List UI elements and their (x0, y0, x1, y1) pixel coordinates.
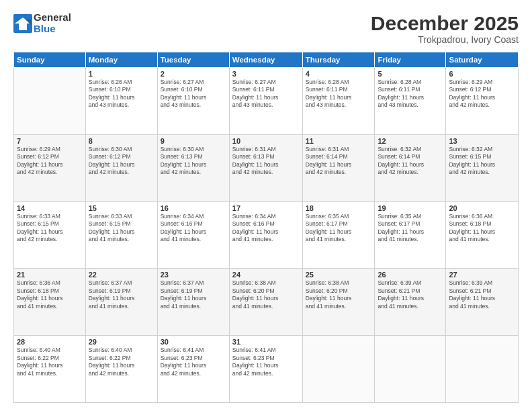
day-info: Sunrise: 6:28 AM Sunset: 6:11 PM Dayligh… (306, 79, 372, 109)
day-cell: 4Sunrise: 6:28 AM Sunset: 6:11 PM Daylig… (302, 68, 375, 135)
day-cell: 8Sunrise: 6:30 AM Sunset: 6:12 PM Daylig… (85, 134, 157, 201)
day-cell: 9Sunrise: 6:30 AM Sunset: 6:13 PM Daylig… (157, 134, 229, 201)
day-info: Sunrise: 6:41 AM Sunset: 6:23 PM Dayligh… (232, 347, 300, 377)
day-info: Sunrise: 6:30 AM Sunset: 6:13 PM Dayligh… (161, 146, 226, 177)
week-row-3: 14Sunrise: 6:33 AM Sunset: 6:15 PM Dayli… (14, 201, 519, 269)
day-info: Sunrise: 6:31 AM Sunset: 6:13 PM Dayligh… (232, 146, 300, 177)
day-info: Sunrise: 6:39 AM Sunset: 6:21 PM Dayligh… (378, 279, 443, 310)
day-number: 29 (89, 338, 154, 346)
day-number: 19 (378, 204, 443, 212)
week-row-5: 28Sunrise: 6:40 AM Sunset: 6:22 PM Dayli… (14, 336, 519, 403)
day-cell: 17Sunrise: 6:34 AM Sunset: 6:16 PM Dayli… (229, 201, 302, 269)
day-info: Sunrise: 6:33 AM Sunset: 6:15 PM Dayligh… (17, 213, 83, 244)
day-cell: 19Sunrise: 6:35 AM Sunset: 6:17 PM Dayli… (375, 201, 446, 269)
day-number: 12 (378, 137, 443, 145)
day-number: 2 (161, 70, 226, 78)
day-number: 7 (17, 137, 83, 145)
day-number: 28 (17, 338, 83, 346)
day-cell: 28Sunrise: 6:40 AM Sunset: 6:22 PM Dayli… (14, 336, 86, 403)
day-number: 20 (449, 204, 515, 212)
day-cell: 13Sunrise: 6:32 AM Sunset: 6:15 PM Dayli… (446, 134, 519, 201)
day-number: 26 (378, 271, 443, 279)
day-info: Sunrise: 6:35 AM Sunset: 6:17 PM Dayligh… (378, 213, 443, 244)
day-cell: 15Sunrise: 6:33 AM Sunset: 6:15 PM Dayli… (85, 201, 157, 269)
day-cell (446, 336, 519, 403)
month-title: December 2025 (371, 12, 519, 34)
day-cell: 26Sunrise: 6:39 AM Sunset: 6:21 PM Dayli… (375, 269, 446, 336)
day-cell: 23Sunrise: 6:37 AM Sunset: 6:19 PM Dayli… (157, 269, 229, 336)
day-number: 10 (232, 137, 300, 145)
logo-blue-text: Blue (34, 24, 71, 35)
day-cell: 2Sunrise: 6:27 AM Sunset: 6:10 PM Daylig… (157, 68, 229, 135)
day-number: 4 (306, 70, 372, 78)
day-number: 27 (449, 271, 515, 279)
day-number: 9 (161, 137, 226, 145)
day-info: Sunrise: 6:41 AM Sunset: 6:23 PM Dayligh… (161, 347, 226, 377)
day-cell: 20Sunrise: 6:36 AM Sunset: 6:18 PM Dayli… (446, 201, 519, 269)
day-info: Sunrise: 6:33 AM Sunset: 6:15 PM Dayligh… (89, 213, 154, 244)
day-number: 5 (378, 70, 443, 78)
day-number: 21 (17, 271, 83, 279)
day-cell: 5Sunrise: 6:28 AM Sunset: 6:11 PM Daylig… (375, 68, 446, 135)
week-row-2: 7Sunrise: 6:29 AM Sunset: 6:12 PM Daylig… (14, 134, 519, 201)
day-cell: 7Sunrise: 6:29 AM Sunset: 6:12 PM Daylig… (14, 134, 86, 201)
day-info: Sunrise: 6:32 AM Sunset: 6:14 PM Dayligh… (378, 146, 443, 177)
day-number: 22 (89, 271, 154, 279)
day-info: Sunrise: 6:29 AM Sunset: 6:12 PM Dayligh… (449, 79, 515, 109)
day-cell: 27Sunrise: 6:39 AM Sunset: 6:21 PM Dayli… (446, 269, 519, 336)
day-number: 25 (306, 271, 372, 279)
day-info: Sunrise: 6:28 AM Sunset: 6:11 PM Dayligh… (378, 79, 443, 109)
day-number: 30 (161, 338, 226, 346)
location: Trokpadrou, Ivory Coast (371, 34, 519, 45)
day-cell: 25Sunrise: 6:38 AM Sunset: 6:20 PM Dayli… (302, 269, 375, 336)
day-number: 17 (232, 204, 300, 212)
calendar-table: SundayMondayTuesdayWednesdayThursdayFrid… (13, 52, 519, 403)
logo-icon (13, 14, 32, 33)
day-info: Sunrise: 6:34 AM Sunset: 6:16 PM Dayligh… (161, 213, 226, 244)
day-info: Sunrise: 6:38 AM Sunset: 6:20 PM Dayligh… (232, 279, 300, 310)
day-number: 6 (449, 70, 515, 78)
day-cell: 22Sunrise: 6:37 AM Sunset: 6:19 PM Dayli… (85, 269, 157, 336)
day-number: 31 (232, 338, 300, 346)
day-cell: 11Sunrise: 6:31 AM Sunset: 6:14 PM Dayli… (302, 134, 375, 201)
day-number: 16 (161, 204, 226, 212)
day-cell: 24Sunrise: 6:38 AM Sunset: 6:20 PM Dayli… (229, 269, 302, 336)
header-day-thursday: Thursday (302, 52, 375, 68)
day-info: Sunrise: 6:38 AM Sunset: 6:20 PM Dayligh… (306, 279, 372, 310)
day-cell: 14Sunrise: 6:33 AM Sunset: 6:15 PM Dayli… (14, 201, 86, 269)
day-number: 23 (161, 271, 226, 279)
day-info: Sunrise: 6:31 AM Sunset: 6:14 PM Dayligh… (306, 146, 372, 177)
day-info: Sunrise: 6:36 AM Sunset: 6:18 PM Dayligh… (17, 279, 83, 310)
day-cell: 1Sunrise: 6:26 AM Sunset: 6:10 PM Daylig… (85, 68, 157, 135)
day-cell: 31Sunrise: 6:41 AM Sunset: 6:23 PM Dayli… (229, 336, 302, 403)
day-info: Sunrise: 6:37 AM Sunset: 6:19 PM Dayligh… (89, 279, 154, 310)
day-info: Sunrise: 6:32 AM Sunset: 6:15 PM Dayligh… (449, 146, 515, 177)
day-info: Sunrise: 6:34 AM Sunset: 6:16 PM Dayligh… (232, 213, 300, 244)
day-info: Sunrise: 6:36 AM Sunset: 6:18 PM Dayligh… (449, 213, 515, 244)
header-row: SundayMondayTuesdayWednesdayThursdayFrid… (14, 52, 519, 68)
day-cell: 29Sunrise: 6:40 AM Sunset: 6:22 PM Dayli… (85, 336, 157, 403)
day-number: 3 (232, 70, 300, 78)
day-info: Sunrise: 6:27 AM Sunset: 6:10 PM Dayligh… (161, 79, 226, 109)
week-row-4: 21Sunrise: 6:36 AM Sunset: 6:18 PM Dayli… (14, 269, 519, 336)
day-cell (375, 336, 446, 403)
logo-text: General Blue (34, 12, 71, 34)
day-number: 15 (89, 204, 154, 212)
day-info: Sunrise: 6:40 AM Sunset: 6:22 PM Dayligh… (89, 347, 154, 377)
header-day-monday: Monday (85, 52, 157, 68)
logo: General Blue (13, 12, 71, 34)
day-info: Sunrise: 6:39 AM Sunset: 6:21 PM Dayligh… (449, 279, 515, 310)
header-day-saturday: Saturday (446, 52, 519, 68)
day-number: 24 (232, 271, 300, 279)
day-number: 14 (17, 204, 83, 212)
header: General Blue December 2025 Trokpadrou, I… (13, 12, 519, 45)
title-block: December 2025 Trokpadrou, Ivory Coast (371, 12, 519, 45)
day-number: 8 (89, 137, 154, 145)
day-number: 11 (306, 137, 372, 145)
day-number: 1 (89, 70, 154, 78)
day-info: Sunrise: 6:27 AM Sunset: 6:11 PM Dayligh… (232, 79, 300, 109)
logo-general-text: General (34, 12, 71, 24)
day-cell: 21Sunrise: 6:36 AM Sunset: 6:18 PM Dayli… (14, 269, 86, 336)
day-info: Sunrise: 6:29 AM Sunset: 6:12 PM Dayligh… (17, 146, 83, 177)
day-cell (302, 336, 375, 403)
